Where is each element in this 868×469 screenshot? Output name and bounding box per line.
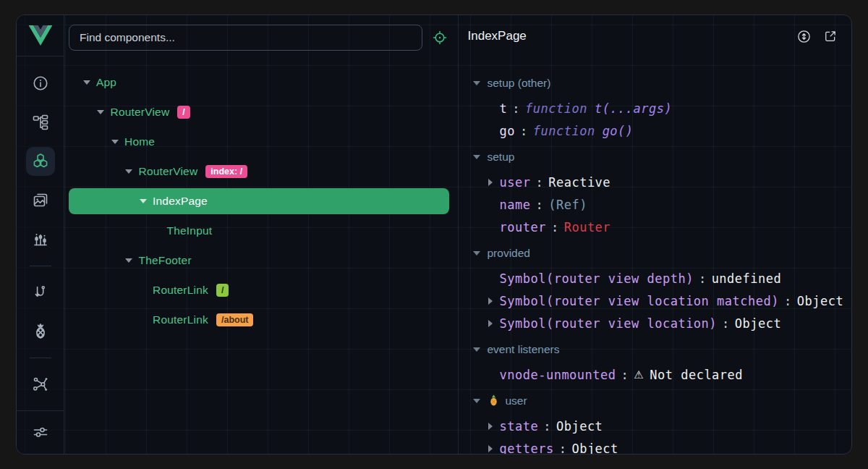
property-value: Object — [571, 441, 618, 455]
tree-row-thefooter[interactable]: TheFooter — [69, 248, 449, 274]
colon-separator: : — [699, 271, 707, 286]
section-label: event listeners — [488, 343, 560, 356]
route-badge: / — [216, 284, 229, 297]
function-keyword: function — [533, 124, 595, 138]
property-row-go[interactable]: go:functiongo() — [459, 119, 852, 142]
colon-separator: : — [551, 220, 559, 234]
tree-row-routerlink[interactable]: RouterLink/about — [69, 307, 449, 333]
sidebar-bottom — [17, 410, 64, 454]
expand-arrow-icon[interactable] — [488, 320, 500, 327]
section-header-provided[interactable]: provided — [459, 242, 852, 264]
collapse-triangle-icon — [473, 81, 480, 85]
open-in-editor-button[interactable] — [822, 28, 838, 44]
triangle-right-icon — [488, 297, 493, 305]
expand-arrow-icon[interactable] — [488, 179, 500, 186]
property-row-t[interactable]: t:functiont(...args) — [459, 97, 852, 119]
function-keyword: function — [525, 101, 587, 116]
inspect-element-button[interactable] — [427, 25, 452, 50]
expand-toggle-icon[interactable] — [138, 199, 148, 203]
expand-arrow-icon[interactable] — [488, 297, 500, 305]
function-signature: go() — [603, 124, 634, 138]
pinia-tab[interactable] — [26, 317, 55, 346]
expand-toggle-icon[interactable] — [96, 110, 106, 114]
tree-row-app[interactable]: App — [69, 69, 449, 96]
component-name: RouterLink — [153, 313, 208, 326]
property-row-symbol-router-view-location-matched[interactable]: Symbol(router view location matched):Obj… — [459, 290, 852, 312]
vue-logo — [17, 15, 64, 56]
section-header-setup-other[interactable]: setup (other) — [459, 72, 852, 94]
tree-row-theinput[interactable]: TheInput — [69, 218, 449, 244]
property-row-vnode-unmounted[interactable]: vnode-unmounted:⚠︎Not declared — [459, 363, 852, 386]
expand-toggle-icon[interactable] — [82, 80, 91, 85]
tree-row-indexpage[interactable]: IndexPage — [69, 188, 449, 214]
section-header-setup[interactable]: setup — [459, 145, 852, 168]
property-row-symbol-router-view-location[interactable]: Symbol(router view location):Object — [459, 312, 852, 334]
triangle-down-icon — [140, 199, 147, 203]
triangle-right-icon — [488, 423, 493, 430]
property-row-router[interactable]: router:Router — [459, 216, 852, 238]
section-items: vnode-unmounted:⚠︎Not declared — [459, 360, 852, 386]
crosshair-icon — [432, 30, 448, 46]
router-tab[interactable] — [26, 278, 55, 307]
colon-separator: : — [559, 441, 567, 455]
collapse-triangle-icon — [473, 251, 480, 255]
property-key: name — [500, 198, 531, 212]
tree-row-routerview[interactable]: RouterView/ — [69, 99, 449, 125]
pineapple-icon — [32, 323, 49, 340]
tree-row-routerview[interactable]: RouterViewindex: / — [69, 159, 449, 185]
expand-toggle-icon[interactable] — [124, 258, 134, 263]
graph-tab[interactable] — [26, 370, 55, 399]
triangle-down-icon — [111, 140, 119, 144]
tree-row-routerlink[interactable]: RouterLink/ — [69, 277, 449, 303]
property-row-symbol-router-view-depth[interactable]: Symbol(router view depth):undefined — [459, 267, 852, 290]
info-tab[interactable] — [26, 69, 55, 98]
assets-tab[interactable] — [26, 186, 55, 215]
toggle-expand-all-button[interactable] — [796, 28, 812, 44]
triangle-down-icon — [125, 258, 132, 263]
graph-icon — [32, 376, 49, 393]
route-badge: / — [177, 106, 190, 119]
section-label: setup (other) — [488, 77, 551, 90]
property-key: getters — [500, 441, 554, 455]
property-key: go — [500, 124, 515, 138]
colon-separator: : — [722, 316, 730, 331]
search-input[interactable] — [69, 25, 422, 51]
settings-tab[interactable] — [26, 418, 55, 447]
component-tree: AppRouterView/HomeRouterViewindex: /Inde… — [64, 51, 458, 337]
settings-sliders-icon — [32, 423, 49, 441]
triangle-down-icon — [125, 169, 132, 174]
expand-arrow-icon[interactable] — [488, 445, 500, 452]
inspector-actions — [796, 28, 838, 44]
section-label: provided — [488, 247, 530, 260]
tree-row-home[interactable]: Home — [69, 129, 449, 155]
section-header-event-listeners[interactable]: event listeners — [459, 338, 852, 360]
expand-toggle-icon[interactable] — [110, 140, 119, 144]
info-icon — [32, 75, 49, 92]
property-row-getters[interactable]: getters:Object — [459, 437, 852, 454]
component-name: TheInput — [167, 224, 213, 237]
collapse-triangle-icon — [473, 155, 480, 159]
component-name: Home — [124, 135, 155, 148]
property-value: undefined — [712, 271, 782, 286]
property-row-state[interactable]: state:Object — [459, 415, 852, 437]
section-label: user — [506, 394, 527, 407]
inspector-sections: setup (other)t:functiont(...args)go:func… — [459, 57, 852, 454]
sidebar-nav — [17, 56, 64, 410]
expand-arrow-icon[interactable] — [488, 423, 500, 430]
property-row-name[interactable]: name:(Ref) — [459, 193, 852, 216]
expand-toggle-icon[interactable] — [124, 169, 134, 174]
collapse-triangle-icon — [473, 399, 480, 403]
property-value: Object — [556, 419, 603, 434]
sidebar-divider — [30, 266, 51, 266]
timeline-tab[interactable] — [26, 225, 55, 254]
components-hexagons-icon — [32, 153, 49, 170]
components-tab[interactable] — [26, 147, 55, 176]
section-header-user[interactable]: user — [459, 389, 852, 412]
pages-tab[interactable] — [26, 108, 55, 137]
property-row-user[interactable]: user:Reactive — [459, 171, 852, 193]
property-key: state — [500, 419, 539, 434]
colon-separator: : — [512, 101, 520, 116]
property-key: Symbol(router view location) — [500, 316, 718, 331]
triangle-right-icon — [488, 445, 493, 452]
property-value: Object — [797, 294, 843, 308]
